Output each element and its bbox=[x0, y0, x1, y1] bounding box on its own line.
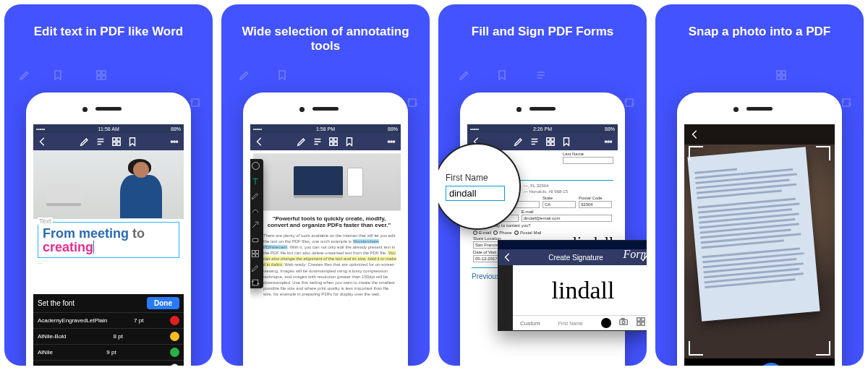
form-label: Form bbox=[623, 248, 647, 261]
postal-input[interactable]: 32504 bbox=[579, 201, 612, 208]
signature-canvas[interactable]: lindall bbox=[513, 265, 647, 316]
font-row[interactable]: AlNile-Bold8 pt bbox=[33, 328, 184, 344]
custom-label: Custom bbox=[520, 320, 540, 327]
erase-tool-icon[interactable] bbox=[251, 233, 260, 242]
last-name-label: Last Name bbox=[563, 152, 613, 156]
crop-corner-icon bbox=[816, 341, 830, 356]
bookmark-icon[interactable] bbox=[127, 137, 137, 147]
draw-tool-icon[interactable] bbox=[251, 205, 260, 213]
crop-corner-icon bbox=[816, 146, 830, 160]
filler-text: — bbox=[33, 261, 184, 265]
last-name-input[interactable] bbox=[563, 157, 613, 164]
promo-panel-form: Fill and Sign PDF Forms First Name dinda… bbox=[438, 4, 647, 366]
phone-mock: First Name dindall •••••2:26 PM88% Last … bbox=[460, 92, 625, 366]
bookmark-icon[interactable] bbox=[561, 137, 571, 147]
pencil-icon[interactable] bbox=[297, 137, 307, 147]
more-icon[interactable] bbox=[603, 137, 613, 147]
palette-handle-icon[interactable] bbox=[252, 162, 260, 170]
status-bar: •••••2:26 PM88% bbox=[467, 124, 618, 133]
shutter-button[interactable] bbox=[759, 363, 783, 366]
panel-title: Create Signature bbox=[548, 254, 603, 262]
email-input[interactable]: dindall@email.com bbox=[522, 215, 612, 222]
article-body: There are plenty of tools available on t… bbox=[250, 233, 401, 297]
color-swatch-yellow[interactable] bbox=[170, 332, 179, 341]
radio-phone[interactable] bbox=[493, 231, 498, 235]
color-black-swatch[interactable] bbox=[601, 318, 611, 328]
done-button[interactable]: Done bbox=[147, 297, 179, 309]
scanned-page bbox=[687, 147, 820, 321]
create-signature-panel: Create Signature Form lindall Custom Fir… bbox=[498, 240, 647, 331]
gallery-icon[interactable] bbox=[636, 317, 646, 330]
promo-panel-edit: Edit text in PDF like Word •••••11:58 AM… bbox=[4, 4, 213, 366]
panel-title: Set the font bbox=[38, 299, 75, 307]
pencil-icon[interactable] bbox=[514, 137, 524, 147]
text-tool-icon[interactable] bbox=[251, 176, 260, 184]
color-swatch-green[interactable] bbox=[170, 348, 179, 357]
back-icon[interactable] bbox=[255, 137, 265, 147]
camera-icon[interactable] bbox=[618, 317, 629, 330]
align-icon[interactable] bbox=[95, 137, 106, 147]
phone-mock: •••••1:58 PM88% bbox=[243, 92, 408, 366]
textbox-label: Text bbox=[38, 218, 53, 225]
radio-postal[interactable] bbox=[514, 231, 519, 235]
align-icon[interactable] bbox=[529, 137, 540, 147]
article-hero-image bbox=[253, 153, 401, 211]
grid-icon[interactable] bbox=[111, 137, 122, 147]
pencil-icon[interactable] bbox=[80, 137, 90, 147]
back-icon[interactable] bbox=[38, 137, 48, 147]
color-swatch-red[interactable] bbox=[170, 316, 179, 325]
headline: Snap a photo into a PDF bbox=[681, 25, 838, 39]
color-swatch-white[interactable] bbox=[170, 363, 179, 366]
article-headline: "Powerful tools to quickly create, modif… bbox=[263, 215, 395, 228]
hero-photo bbox=[33, 150, 184, 219]
shape-tool-icon[interactable] bbox=[251, 248, 260, 257]
arrow-tool-icon[interactable] bbox=[251, 219, 260, 228]
grid-icon[interactable] bbox=[328, 137, 339, 147]
back-icon[interactable] bbox=[690, 129, 700, 139]
firstname-small: First Name bbox=[558, 321, 583, 326]
app-toolbar bbox=[33, 133, 184, 150]
crop-tool-icon[interactable] bbox=[251, 277, 260, 285]
crop-corner-icon bbox=[689, 146, 703, 160]
eyedropper-tool-icon[interactable] bbox=[251, 262, 260, 271]
phone-mock: •••••11:58 AM88% Text From meeting tocre… bbox=[26, 92, 191, 366]
status-bar: •••••11:58 AM88% bbox=[33, 124, 184, 133]
font-row[interactable]: AcademyEngravedLetPlain7 pt bbox=[33, 312, 184, 328]
crop-corner-icon bbox=[689, 341, 703, 356]
signature-tools bbox=[498, 265, 513, 330]
grid-icon[interactable] bbox=[545, 137, 556, 147]
state-input[interactable]: CA bbox=[542, 201, 576, 208]
font-panel: Set the fontDone AcademyEngravedLetPlain… bbox=[33, 294, 184, 366]
phone-mock: Multi-Page Automatic bbox=[677, 92, 842, 366]
back-icon[interactable] bbox=[503, 252, 513, 262]
font-row[interactable]: AmericanTypewriter-CondensedLight10 pt bbox=[33, 360, 184, 366]
align-icon[interactable] bbox=[312, 137, 323, 147]
status-bar: •••••1:58 PM88% bbox=[250, 124, 401, 133]
annotate-tool-palette bbox=[250, 159, 263, 288]
camera-view: Multi-Page Automatic bbox=[684, 124, 835, 366]
field-label: First Name bbox=[446, 173, 519, 183]
first-name-input[interactable]: dindall bbox=[446, 186, 505, 201]
headline: Fill and Sign PDF Forms bbox=[464, 25, 621, 39]
more-icon[interactable] bbox=[169, 137, 179, 147]
highlight-tool-icon[interactable] bbox=[251, 190, 260, 199]
promo-panel-annotate: Wide selection of annotating tools •••••… bbox=[221, 4, 430, 366]
app-toolbar bbox=[250, 133, 401, 150]
font-row[interactable]: AlNile9 pt bbox=[33, 344, 184, 360]
bookmark-icon[interactable] bbox=[344, 137, 354, 147]
headline: Wide selection of annotating tools bbox=[221, 25, 430, 53]
promo-panel-camera: Snap a photo into a PDF bbox=[655, 4, 864, 366]
edit-text-box[interactable]: Text From meeting tocreating bbox=[38, 222, 179, 258]
radio-email[interactable] bbox=[473, 231, 477, 235]
headline: Edit text in PDF like Word bbox=[27, 25, 191, 39]
more-icon[interactable] bbox=[386, 137, 396, 147]
